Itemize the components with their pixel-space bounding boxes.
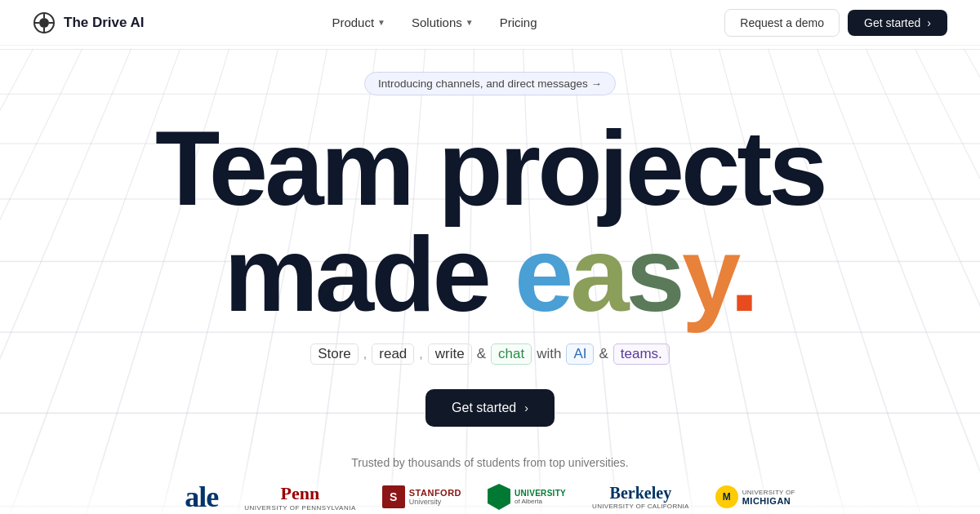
alberta-logo: University of Alberta [488,482,566,512]
nav-solutions[interactable]: Solutions ▼ [402,11,483,34]
yale-logo: ale [185,482,218,512]
alberta-text-group: University of Alberta [514,489,566,505]
product-label: Product [332,16,374,29]
tag-read: read [372,343,414,365]
tag-ai: AI [566,343,594,365]
svg-point-1 [39,18,49,28]
tag-store: Store [310,343,359,365]
tag-chat: chat [491,343,532,365]
letter-y: y [682,215,730,334]
get-started-main-label: Get started [452,401,516,415]
stanford-sub: University [409,498,461,506]
stanford-icon: S [382,485,405,508]
hero-line1: Team projects [155,115,825,221]
nav-right: Request a demo Get started › [724,9,947,37]
logo-text: The Drive AI [64,15,145,31]
get-started-nav-button[interactable]: Get started › [848,10,947,36]
arrow-right-icon: › [927,16,931,29]
letter-e: e [514,215,570,334]
request-demo-button[interactable]: Request a demo [724,9,840,37]
hero-line2: made easy. [155,221,825,327]
tag-with: with [537,346,561,362]
penn-subtitle: University of Pennsylvania [244,504,356,512]
nav-center: Product ▼ Solutions ▼ Pricing [322,11,546,34]
michigan-logo: M University of Michigan [715,482,795,512]
alberta-shield-icon [488,484,510,510]
michigan-text-group: University of Michigan [742,489,795,506]
hero-heading: Team projects made easy. [155,115,825,327]
stanford-logo: S Stanford University [382,482,461,512]
product-chevron-icon: ▼ [377,18,385,27]
alberta-name: University [514,489,566,498]
logo[interactable]: The Drive AI [33,11,145,34]
alberta-sub: of Alberta [514,498,566,505]
announcement-banner[interactable]: Introducing channels, and direct message… [364,72,616,95]
cta-section: Get started › [425,389,555,427]
logo-icon [33,11,56,34]
hero-period: . [730,215,756,334]
tag-write: write [428,343,472,365]
solutions-chevron-icon: ▼ [466,18,474,27]
nav-product[interactable]: Product ▼ [322,11,395,34]
trusted-section: Trusted by thousands of students from to… [0,456,980,514]
berkeley-sub: University of California [592,503,689,510]
stanford-text-group: Stanford University [409,488,461,506]
berkeley-name: Berkeley [610,484,672,503]
berkeley-logo: Berkeley University of California [592,482,689,512]
sep1: , [363,347,367,361]
michigan-name: Michigan [742,496,795,506]
michigan-icon: M [715,485,738,508]
word-made: made [224,215,514,334]
tag-amp2: & [599,346,608,362]
get-started-nav-label: Get started [864,16,920,29]
penn-logo: Penn University of Pennsylvania [244,482,356,512]
main-content: Introducing channels, and direct message… [0,46,980,427]
university-logos: ale Penn University of Pennsylvania S St… [185,482,795,512]
cta-arrow-icon: › [524,401,528,414]
tagline: Store , read , write & chat with AI & te… [310,343,670,365]
yale-name: ale [185,480,218,514]
tag-teams: teams. [613,343,670,365]
tag-amp1: & [477,346,486,362]
pricing-label: Pricing [500,16,537,29]
announcement-text: Introducing channels, and direct message… [378,78,602,90]
solutions-label: Solutions [412,16,462,29]
sep2: , [419,347,422,361]
navbar: The Drive AI Product ▼ Solutions ▼ Prici… [0,0,980,46]
word-easy: easy [514,215,730,334]
nav-pricing[interactable]: Pricing [490,11,547,34]
get-started-main-button[interactable]: Get started › [425,389,555,427]
penn-name: Penn [281,483,320,504]
letter-s: s [626,215,682,334]
trusted-text: Trusted by thousands of students from to… [351,456,629,469]
michigan-prefix: University of [742,489,795,496]
letter-a: a [570,215,626,334]
stanford-name: Stanford [409,488,461,498]
